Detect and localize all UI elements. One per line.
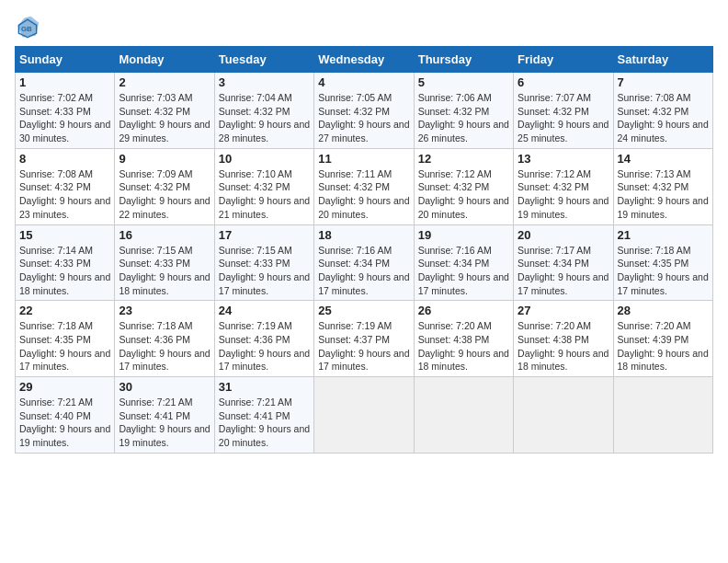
- day-info: Sunrise: 7:20 AM Sunset: 4:38 PM Dayligh…: [518, 319, 609, 373]
- day-number: 29: [19, 380, 110, 394]
- day-info: Sunrise: 7:12 AM Sunset: 4:32 PM Dayligh…: [518, 167, 609, 222]
- day-info: Sunrise: 7:06 AM Sunset: 4:32 PM Dayligh…: [418, 91, 509, 145]
- calendar-cell: 9 Sunrise: 7:09 AM Sunset: 4:32 PM Dayli…: [115, 148, 214, 224]
- day-info: Sunrise: 7:21 AM Sunset: 4:41 PM Dayligh…: [219, 396, 310, 450]
- header: GB: [15, 15, 713, 40]
- day-info: Sunrise: 7:08 AM Sunset: 4:32 PM Dayligh…: [19, 167, 110, 222]
- calendar-cell: [514, 377, 613, 454]
- calendar-cell: 23 Sunrise: 7:18 AM Sunset: 4:36 PM Dayl…: [115, 301, 214, 377]
- calendar-week-2: 8 Sunrise: 7:08 AM Sunset: 4:32 PM Dayli…: [16, 148, 713, 224]
- day-info: Sunrise: 7:18 AM Sunset: 4:36 PM Dayligh…: [119, 319, 210, 373]
- day-info: Sunrise: 7:19 AM Sunset: 4:36 PM Dayligh…: [219, 319, 310, 373]
- calendar-cell: [314, 377, 414, 454]
- calendar-cell: 8 Sunrise: 7:08 AM Sunset: 4:32 PM Dayli…: [16, 148, 115, 224]
- day-info: Sunrise: 7:04 AM Sunset: 4:32 PM Dayligh…: [219, 91, 310, 145]
- calendar-cell: 17 Sunrise: 7:15 AM Sunset: 4:33 PM Dayl…: [214, 224, 313, 301]
- day-info: Sunrise: 7:02 AM Sunset: 4:33 PM Dayligh…: [19, 91, 110, 145]
- day-number: 24: [219, 304, 310, 317]
- day-number: 9: [119, 152, 210, 166]
- calendar-cell: [414, 377, 513, 454]
- day-number: 25: [318, 304, 409, 317]
- day-info: Sunrise: 7:20 AM Sunset: 4:38 PM Dayligh…: [418, 319, 509, 373]
- day-info: Sunrise: 7:21 AM Sunset: 4:41 PM Dayligh…: [119, 396, 210, 450]
- day-number: 27: [518, 304, 609, 317]
- day-number: 10: [219, 152, 310, 166]
- calendar-cell: 31 Sunrise: 7:21 AM Sunset: 4:41 PM Dayl…: [214, 377, 313, 454]
- calendar-cell: 28 Sunrise: 7:20 AM Sunset: 4:39 PM Dayl…: [613, 301, 712, 377]
- weekday-header-row: SundayMondayTuesdayWednesdayThursdayFrid…: [16, 47, 713, 73]
- svg-text:GB: GB: [21, 25, 32, 33]
- logo-icon: GB: [15, 15, 40, 40]
- day-info: Sunrise: 7:08 AM Sunset: 4:32 PM Dayligh…: [618, 91, 709, 145]
- day-number: 11: [318, 152, 409, 166]
- calendar-cell: 1 Sunrise: 7:02 AM Sunset: 4:33 PM Dayli…: [16, 73, 115, 149]
- calendar-cell: 10 Sunrise: 7:10 AM Sunset: 4:32 PM Dayl…: [214, 148, 313, 224]
- day-number: 18: [318, 228, 409, 242]
- day-number: 14: [618, 152, 709, 166]
- day-number: 3: [219, 75, 310, 89]
- day-number: 7: [618, 75, 709, 89]
- calendar-cell: 24 Sunrise: 7:19 AM Sunset: 4:36 PM Dayl…: [214, 301, 313, 377]
- day-number: 8: [19, 152, 110, 166]
- calendar-cell: 27 Sunrise: 7:20 AM Sunset: 4:38 PM Dayl…: [514, 301, 613, 377]
- calendar-cell: 29 Sunrise: 7:21 AM Sunset: 4:40 PM Dayl…: [16, 377, 115, 454]
- weekday-header-wednesday: Wednesday: [314, 47, 414, 73]
- day-info: Sunrise: 7:18 AM Sunset: 4:35 PM Dayligh…: [19, 319, 110, 373]
- day-number: 6: [518, 75, 609, 89]
- day-info: Sunrise: 7:11 AM Sunset: 4:32 PM Dayligh…: [318, 167, 409, 222]
- calendar-cell: 21 Sunrise: 7:18 AM Sunset: 4:35 PM Dayl…: [613, 224, 712, 301]
- calendar-week-3: 15 Sunrise: 7:14 AM Sunset: 4:33 PM Dayl…: [16, 224, 713, 301]
- calendar-cell: 11 Sunrise: 7:11 AM Sunset: 4:32 PM Dayl…: [314, 148, 414, 224]
- day-number: 21: [618, 228, 709, 242]
- day-info: Sunrise: 7:19 AM Sunset: 4:37 PM Dayligh…: [318, 319, 409, 373]
- calendar-cell: 19 Sunrise: 7:16 AM Sunset: 4:34 PM Dayl…: [414, 224, 513, 301]
- calendar-cell: 18 Sunrise: 7:16 AM Sunset: 4:34 PM Dayl…: [314, 224, 414, 301]
- calendar-cell: 3 Sunrise: 7:04 AM Sunset: 4:32 PM Dayli…: [214, 73, 313, 149]
- day-number: 5: [418, 75, 509, 89]
- day-info: Sunrise: 7:20 AM Sunset: 4:39 PM Dayligh…: [618, 319, 709, 373]
- weekday-header-monday: Monday: [115, 47, 214, 73]
- calendar-cell: 22 Sunrise: 7:18 AM Sunset: 4:35 PM Dayl…: [16, 301, 115, 377]
- day-number: 31: [219, 380, 310, 394]
- day-number: 23: [119, 304, 210, 317]
- day-info: Sunrise: 7:21 AM Sunset: 4:40 PM Dayligh…: [19, 396, 110, 450]
- day-info: Sunrise: 7:17 AM Sunset: 4:34 PM Dayligh…: [518, 244, 609, 298]
- day-number: 2: [119, 75, 210, 89]
- day-info: Sunrise: 7:10 AM Sunset: 4:32 PM Dayligh…: [219, 167, 310, 222]
- calendar-cell: [613, 377, 712, 454]
- day-info: Sunrise: 7:03 AM Sunset: 4:32 PM Dayligh…: [119, 91, 210, 145]
- day-number: 12: [418, 152, 509, 166]
- weekday-header-saturday: Saturday: [613, 47, 712, 73]
- day-info: Sunrise: 7:15 AM Sunset: 4:33 PM Dayligh…: [219, 244, 310, 298]
- day-info: Sunrise: 7:13 AM Sunset: 4:32 PM Dayligh…: [618, 167, 709, 222]
- calendar-cell: 25 Sunrise: 7:19 AM Sunset: 4:37 PM Dayl…: [314, 301, 414, 377]
- day-info: Sunrise: 7:05 AM Sunset: 4:32 PM Dayligh…: [318, 91, 409, 145]
- calendar-week-4: 22 Sunrise: 7:18 AM Sunset: 4:35 PM Dayl…: [16, 301, 713, 377]
- calendar-cell: 16 Sunrise: 7:15 AM Sunset: 4:33 PM Dayl…: [115, 224, 214, 301]
- day-number: 28: [618, 304, 709, 317]
- calendar-week-5: 29 Sunrise: 7:21 AM Sunset: 4:40 PM Dayl…: [16, 377, 713, 454]
- weekday-header-friday: Friday: [514, 47, 613, 73]
- day-number: 30: [119, 380, 210, 394]
- calendar-cell: 30 Sunrise: 7:21 AM Sunset: 4:41 PM Dayl…: [115, 377, 214, 454]
- day-info: Sunrise: 7:16 AM Sunset: 4:34 PM Dayligh…: [418, 244, 509, 298]
- calendar-cell: 4 Sunrise: 7:05 AM Sunset: 4:32 PM Dayli…: [314, 73, 414, 149]
- day-number: 19: [418, 228, 509, 242]
- calendar-cell: 13 Sunrise: 7:12 AM Sunset: 4:32 PM Dayl…: [514, 148, 613, 224]
- weekday-header-thursday: Thursday: [414, 47, 513, 73]
- calendar-cell: 12 Sunrise: 7:12 AM Sunset: 4:32 PM Dayl…: [414, 148, 513, 224]
- calendar-table: SundayMondayTuesdayWednesdayThursdayFrid…: [15, 46, 713, 454]
- day-info: Sunrise: 7:16 AM Sunset: 4:34 PM Dayligh…: [318, 244, 409, 298]
- calendar-cell: 15 Sunrise: 7:14 AM Sunset: 4:33 PM Dayl…: [16, 224, 115, 301]
- page-container: GB SundayMondayTuesdayWednesdayThursdayF…: [0, 0, 728, 461]
- weekday-header-sunday: Sunday: [16, 47, 115, 73]
- day-number: 4: [318, 75, 409, 89]
- day-number: 16: [119, 228, 210, 242]
- day-info: Sunrise: 7:14 AM Sunset: 4:33 PM Dayligh…: [19, 244, 110, 298]
- calendar-cell: 20 Sunrise: 7:17 AM Sunset: 4:34 PM Dayl…: [514, 224, 613, 301]
- calendar-cell: 26 Sunrise: 7:20 AM Sunset: 4:38 PM Dayl…: [414, 301, 513, 377]
- calendar-cell: 7 Sunrise: 7:08 AM Sunset: 4:32 PM Dayli…: [613, 73, 712, 149]
- weekday-header-tuesday: Tuesday: [214, 47, 313, 73]
- day-info: Sunrise: 7:15 AM Sunset: 4:33 PM Dayligh…: [119, 244, 210, 298]
- day-info: Sunrise: 7:12 AM Sunset: 4:32 PM Dayligh…: [418, 167, 509, 222]
